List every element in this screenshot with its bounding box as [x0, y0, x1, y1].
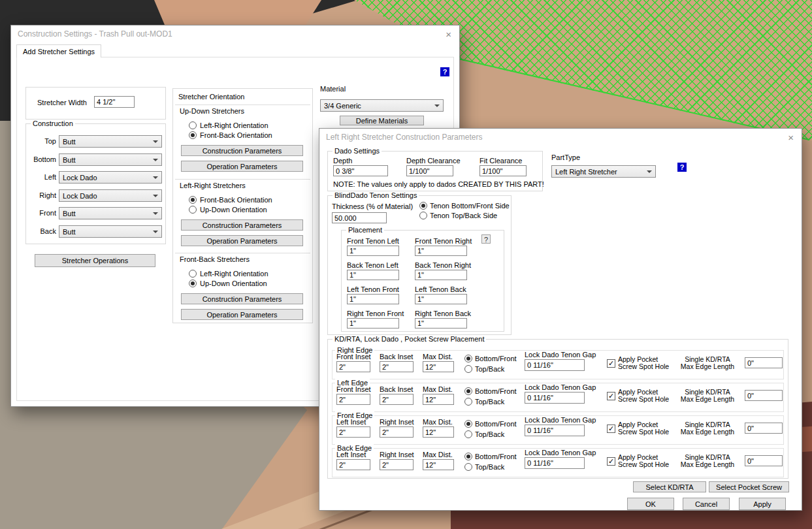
construction-bottom-combo[interactable]: Butt	[59, 153, 162, 166]
max-dist-label: Max Dist.	[423, 418, 453, 426]
material-combo[interactable]: 3/4 Generic	[320, 99, 444, 112]
inset2-input[interactable]	[380, 426, 414, 438]
construction-parameters-button[interactable]: Construction Parameters	[181, 293, 303, 304]
inset2-input[interactable]	[380, 459, 414, 470]
fit-clearance-label: Fit Clearance	[479, 157, 522, 165]
updown-stretchers-section: Up-Down Stretchers Left-Right Orientatio…	[173, 107, 314, 178]
radio-front-back-orientation[interactable]	[189, 131, 197, 139]
frontback-stretchers-section: Front-Back Stretchers Left-Right Orienta…	[173, 255, 314, 326]
construction-right-combo[interactable]: Lock Dado	[59, 189, 162, 202]
max-dist-input[interactable]	[423, 459, 454, 470]
help-icon[interactable]: ?	[440, 67, 449, 76]
single-kd-label: Single KD/RTAMax Edge Length	[671, 421, 744, 436]
tenon-input[interactable]	[347, 246, 399, 256]
operation-parameters-button[interactable]: Operation Parameters	[181, 161, 303, 172]
tenon-input[interactable]	[415, 270, 467, 280]
ok-button[interactable]: OK	[627, 498, 674, 510]
apply-pocket-screw-checkbox[interactable]	[607, 392, 615, 400]
tenon-label: Right Tenon Back	[415, 310, 471, 317]
define-materials-button[interactable]: Define Materials	[340, 116, 424, 125]
gap-input[interactable]	[525, 425, 585, 436]
construction-row-label: Bottom	[26, 155, 56, 163]
gap-label: Lock Dado Tenon Gap	[525, 383, 596, 391]
inset1-input[interactable]	[336, 426, 370, 438]
radio-up-down-orientation[interactable]	[189, 280, 197, 287]
tab-add-stretcher-settings[interactable]: Add Stretcher Settings	[16, 44, 101, 57]
kd-max-edge-input[interactable]	[745, 455, 783, 466]
radio-bottom-front[interactable]	[464, 355, 472, 362]
apply-pocket-screw-checkbox[interactable]	[607, 425, 615, 433]
operation-parameters-button[interactable]: Operation Parameters	[181, 309, 303, 320]
construction-row-label: Left	[26, 173, 56, 181]
select-pocket-screw-button[interactable]: Select Pocket Screw	[709, 481, 789, 492]
tenon-input[interactable]	[347, 270, 399, 280]
max-dist-input[interactable]	[423, 361, 454, 372]
left-edge-section: Left Edge Front Inset Back Inset Max Dis…	[332, 383, 784, 412]
radio-bottom-front[interactable]	[464, 420, 472, 428]
inset1-input[interactable]	[336, 394, 370, 405]
radio-front-back-orientation[interactable]	[189, 196, 197, 204]
construction-parameters-button[interactable]: Construction Parameters	[181, 145, 303, 156]
gap-input[interactable]	[525, 392, 585, 404]
radio-left-right-orientation[interactable]	[189, 121, 197, 129]
close-icon[interactable]: ×	[446, 29, 451, 39]
radio-tenon-top-back[interactable]	[419, 212, 427, 219]
inset1-input[interactable]	[336, 361, 370, 372]
max-dist-input[interactable]	[423, 394, 454, 405]
stretcher-orientation-group: Stretcher Orientation Up-Down Stretchers…	[172, 88, 313, 323]
construction-parameters-button[interactable]: Construction Parameters	[181, 219, 303, 231]
select-kd-rta-button[interactable]: Select KD/RTA	[633, 481, 706, 492]
kd-max-edge-input[interactable]	[745, 423, 783, 434]
construction-left-combo[interactable]: Lock Dado	[59, 171, 162, 184]
tenon-input[interactable]	[347, 294, 399, 304]
gap-input[interactable]	[525, 359, 585, 371]
radio-top-back[interactable]	[464, 430, 472, 438]
radio-top-back[interactable]	[464, 365, 472, 373]
part-type-combo[interactable]: Left Right Stretcher	[551, 165, 656, 178]
operation-parameters-button[interactable]: Operation Parameters	[181, 235, 303, 246]
tenon-input[interactable]	[415, 318, 467, 329]
apply-pocket-screw-checkbox[interactable]	[607, 359, 615, 368]
radio-up-down-orientation[interactable]	[189, 206, 197, 214]
kd-max-edge-input[interactable]	[745, 390, 783, 401]
stretcher-operations-button[interactable]: Stretcher Operations	[35, 254, 155, 267]
max-dist-input[interactable]	[423, 426, 454, 438]
radio-left-right-orientation[interactable]	[189, 270, 197, 278]
close-icon[interactable]: ×	[788, 133, 794, 142]
tenon-input[interactable]	[415, 246, 467, 256]
depth-label: Depth	[333, 157, 352, 165]
radio-top-back[interactable]	[464, 463, 472, 471]
front-edge-section: Front Edge Left Inset Right Inset Max Di…	[332, 415, 784, 445]
construction-row-label: Right	[26, 191, 56, 199]
apply-pocket-screw-checkbox[interactable]	[607, 457, 615, 466]
radio-label: Top/Back	[475, 398, 504, 406]
construction-front-combo[interactable]: Butt	[59, 207, 162, 219]
radio-bottom-front[interactable]	[464, 453, 472, 460]
thickness-input[interactable]	[332, 212, 387, 223]
radio-label: Front-Back Orientation	[200, 131, 272, 139]
tenon-row: Back Tenon Left Back Tenon Right	[342, 261, 505, 282]
radio-label: Bottom/Front	[475, 453, 517, 460]
kd-max-edge-input[interactable]	[745, 357, 783, 368]
depth-clearance-input[interactable]	[406, 165, 453, 176]
apply-button[interactable]: Apply	[739, 498, 786, 510]
stretcher-width-input[interactable]	[94, 96, 135, 108]
gap-input[interactable]	[525, 457, 585, 469]
help-icon[interactable]: ?	[677, 163, 687, 172]
inset1-input[interactable]	[336, 459, 370, 470]
construction-top-combo[interactable]: Butt	[59, 135, 162, 148]
depth-input[interactable]	[333, 165, 388, 176]
tenon-input[interactable]	[347, 318, 399, 329]
tenon-input[interactable]	[415, 294, 467, 304]
inset2-input[interactable]	[380, 394, 414, 405]
fit-clearance-input[interactable]	[479, 165, 527, 176]
cancel-button[interactable]: Cancel	[683, 498, 730, 510]
radio-bottom-front[interactable]	[464, 387, 472, 395]
tenon-label: Back Tenon Right	[415, 261, 471, 269]
blind-dado-title: BlindDado Tenon Settings	[333, 191, 419, 199]
radio-top-back[interactable]	[464, 398, 472, 406]
inset2-input[interactable]	[380, 361, 414, 372]
radio-tenon-bottom-front[interactable]	[419, 202, 427, 210]
construction-back-combo[interactable]: Butt	[59, 225, 162, 238]
inset1-label: Left Inset	[336, 418, 366, 426]
